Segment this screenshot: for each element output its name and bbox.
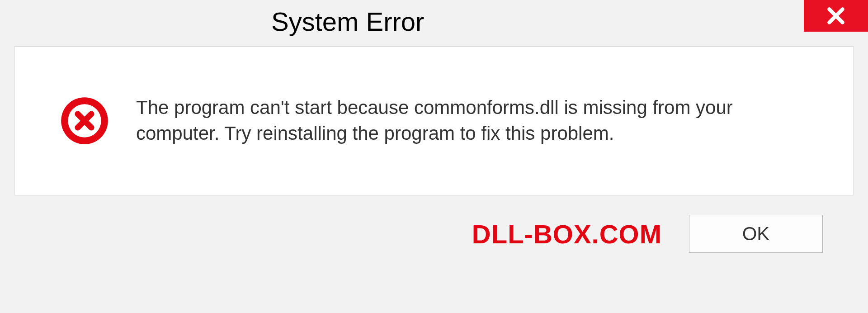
- watermark-text: DLL-BOX.COM: [472, 219, 662, 249]
- error-icon: [60, 96, 109, 145]
- close-icon: [826, 6, 846, 26]
- close-button[interactable]: [804, 0, 868, 32]
- error-message: The program can't start because commonfo…: [136, 95, 817, 146]
- ok-button[interactable]: OK: [689, 215, 823, 253]
- titlebar: System Error: [0, 0, 868, 41]
- footer: DLL-BOX.COM OK: [14, 195, 854, 277]
- content-panel: The program can't start because commonfo…: [14, 46, 854, 195]
- window-title: System Error: [271, 4, 424, 37]
